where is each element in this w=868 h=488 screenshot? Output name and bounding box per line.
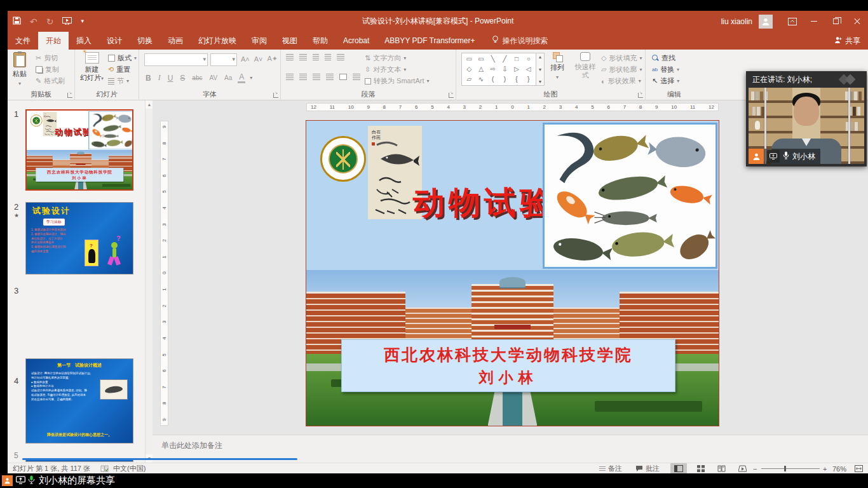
shape-glyph[interactable]: ∿: [478, 76, 484, 83]
increase-font-icon[interactable]: A˄: [241, 55, 250, 63]
shape-glyph[interactable]: ⇩: [502, 66, 507, 72]
restore-button[interactable]: [825, 11, 846, 32]
font-color-button[interactable]: A: [238, 72, 245, 83]
shape-glyph[interactable]: □: [515, 56, 519, 62]
start-slideshow-icon[interactable]: [62, 17, 72, 26]
text-direction-button[interactable]: ⇅文字方向▾: [365, 53, 406, 63]
shape-fill-button[interactable]: ◇形状填充▾: [601, 53, 642, 63]
smartart-button[interactable]: 转换为 SmartArt▾: [365, 76, 429, 86]
select-button[interactable]: ↖选择▾: [652, 76, 679, 86]
zoom-out-button[interactable]: −: [753, 464, 757, 473]
ribbon-tab-插入[interactable]: 插入: [69, 32, 99, 50]
shapes-gallery[interactable]: ▭▭╲╱□○◇△⇨⇩▷◁▱∿(){}: [461, 53, 536, 86]
view-slideshow-button[interactable]: [734, 463, 750, 474]
strikethrough-button[interactable]: abc: [191, 74, 203, 81]
shapes-scroll-down-icon[interactable]: ▼: [538, 67, 543, 72]
ribbon-tab-ABBYY PDF Transformer+[interactable]: ABBYY PDF Transformer+: [377, 32, 482, 50]
clipboard-dialog-launcher-icon[interactable]: [67, 93, 72, 98]
thumbnail-scrollbar[interactable]: ▲ ▼: [145, 100, 153, 463]
slide-2-thumbnail[interactable]: 试验设计 学习目标 1. 掌握试验设计的基本原则2. 掌握完全随机设计、随机单位…: [25, 202, 133, 274]
zoom-slider-thumb[interactable]: [784, 466, 786, 471]
shape-effects-button[interactable]: ◐形状效果▾: [601, 76, 641, 86]
shape-glyph[interactable]: ╱: [503, 56, 506, 62]
horizontal-ruler[interactable]: 1211109876543210123456789101112: [306, 103, 719, 111]
layout-button[interactable]: 版式▾: [108, 53, 137, 63]
zoom-level[interactable]: 76%: [832, 464, 846, 473]
find-button[interactable]: 查找: [652, 53, 675, 63]
clear-format-icon[interactable]: A✦: [268, 55, 278, 63]
change-case-button[interactable]: Aa: [223, 74, 233, 81]
horizontal-scrollbar-thumb[interactable]: [22, 458, 297, 460]
column-layout-icon[interactable]: [353, 74, 360, 80]
shape-outline-button[interactable]: ▱形状轮廓▾: [601, 65, 642, 74]
notes-toggle[interactable]: 备注: [599, 464, 622, 473]
decrease-indent-icon[interactable]: [313, 54, 319, 60]
arrange-button[interactable]: 排列 ▾: [550, 52, 564, 80]
format-painter-button[interactable]: ✎格式刷: [36, 76, 65, 86]
paragraph-dialog-launcher-icon[interactable]: [449, 93, 454, 98]
cut-button[interactable]: ✂剪切: [36, 53, 58, 63]
underline-button[interactable]: U: [166, 74, 175, 83]
account-user-name[interactable]: liu xiaolin: [721, 17, 752, 26]
shape-glyph[interactable]: ▭: [478, 56, 484, 62]
shapes-scroll-up-icon[interactable]: ▲: [538, 55, 543, 59]
shape-glyph[interactable]: ◇: [466, 66, 471, 72]
italic-button[interactable]: I: [157, 73, 162, 83]
justify-icon[interactable]: [326, 74, 334, 80]
shapes-gallery-scroll[interactable]: ▲ ▼ ▼: [536, 53, 545, 86]
ribbon-tab-帮助[interactable]: 帮助: [305, 32, 336, 50]
paste-button[interactable]: 粘贴 ▾: [13, 52, 27, 86]
ribbon-tab-设计[interactable]: 设计: [99, 32, 130, 50]
save-icon[interactable]: [13, 17, 21, 26]
shape-glyph[interactable]: ▱: [466, 76, 471, 83]
close-button[interactable]: [846, 11, 868, 32]
shape-glyph[interactable]: {: [515, 76, 517, 83]
shadow-button[interactable]: S: [179, 74, 186, 83]
shape-glyph[interactable]: ): [504, 76, 506, 83]
shape-glyph[interactable]: }: [527, 76, 529, 83]
qat-customize-icon[interactable]: ▾: [81, 18, 84, 24]
ribbon-tab-幻灯片放映[interactable]: 幻灯片放映: [191, 32, 244, 50]
ribbon-tab-切换[interactable]: 切换: [130, 32, 160, 50]
shape-glyph[interactable]: ╲: [491, 56, 495, 62]
shape-glyph[interactable]: ▷: [514, 66, 519, 72]
ribbon-tab-文件[interactable]: 文件: [8, 32, 38, 50]
font-name-select[interactable]: [144, 53, 208, 66]
decrease-font-icon[interactable]: A˅: [254, 55, 263, 63]
account-avatar[interactable]: [759, 15, 773, 29]
increase-indent-icon[interactable]: [325, 54, 331, 60]
share-button[interactable]: 共享: [834, 32, 860, 50]
shapes-more-icon[interactable]: ▼: [538, 79, 543, 84]
undo-icon[interactable]: ↶: [30, 17, 37, 26]
columns-icon[interactable]: [339, 74, 347, 80]
shape-glyph[interactable]: ◁: [526, 66, 531, 72]
language-status[interactable]: 中文(中国): [113, 464, 146, 473]
minimize-button[interactable]: [803, 11, 825, 32]
slide-3-thumbnail[interactable]: 第一节 试验设计概述 试验设计: 用统计学的知识指导和制定试验计划,统计结论可靠…: [25, 358, 133, 444]
bullets-icon[interactable]: [286, 54, 294, 60]
slide-canvas[interactable]: 白石 作画 动物试验设计: [306, 121, 719, 426]
quick-styles-button[interactable]: 快速样式: [574, 52, 596, 79]
align-right-icon[interactable]: [313, 74, 320, 80]
spell-check-icon[interactable]: [100, 464, 109, 473]
ribbon-tab-开始[interactable]: 开始: [38, 32, 69, 50]
comments-toggle[interactable]: 批注: [635, 464, 660, 473]
zoom-slider[interactable]: [761, 468, 820, 469]
view-reading-button[interactable]: [713, 463, 729, 474]
section-button[interactable]: 节▾: [108, 76, 129, 86]
ribbon-display-options-icon[interactable]: [782, 11, 803, 32]
align-center-icon[interactable]: [299, 74, 307, 80]
redo-icon[interactable]: ↻: [46, 17, 54, 26]
slide-counter[interactable]: 幻灯片 第 1 张, 共 117 张: [13, 464, 90, 473]
ribbon-tab-动画[interactable]: 动画: [160, 32, 191, 50]
slide-1-thumbnail[interactable]: 白石 作画 动物试验设计: [25, 109, 133, 191]
character-spacing-button[interactable]: AV: [208, 74, 219, 81]
view-normal-button[interactable]: [670, 463, 687, 474]
numbering-icon[interactable]: [299, 54, 307, 60]
copy-button[interactable]: 复制: [36, 65, 59, 74]
view-slide-sorter-button[interactable]: [693, 463, 709, 474]
shape-glyph[interactable]: ▭: [466, 56, 472, 62]
line-spacing-icon[interactable]: [337, 54, 344, 60]
ribbon-tab-审阅[interactable]: 审阅: [244, 32, 275, 50]
align-left-icon[interactable]: [286, 74, 294, 80]
